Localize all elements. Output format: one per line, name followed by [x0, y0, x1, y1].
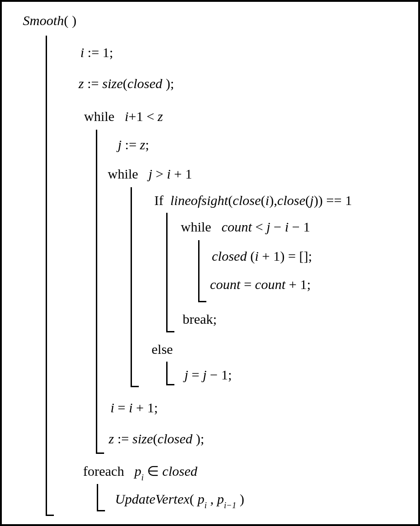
stmt-count-inc: count = count + 1; — [210, 277, 311, 292]
stmt-j-dec: j = j − 1; — [184, 367, 232, 383]
stmt-j-init: j := z; — [118, 137, 149, 153]
stmt-i-inc: i = i + 1; — [110, 400, 158, 416]
while-outer: while i+1 < z — [84, 109, 163, 124]
while-count: while count < j − i − 1 — [181, 219, 310, 235]
else-line: else — [152, 342, 173, 357]
algorithm-frame: Smooth( ) i := 1; z := size(closed ); wh… — [0, 0, 420, 526]
bracket-else — [166, 362, 168, 385]
bracket-while-outer-foot — [96, 452, 104, 454]
stmt-closed-empty: closed (i + 1) = []; — [212, 248, 312, 264]
bracket-else-foot — [166, 384, 174, 385]
bracket-foreach — [97, 484, 98, 511]
foreach-line: foreach pi ∈ closed — [83, 463, 197, 481]
bracket-while-count — [198, 240, 200, 302]
bracket-if — [166, 213, 168, 332]
bracket-while-inner-foot — [131, 386, 139, 387]
bracket-while-inner — [131, 187, 132, 387]
bracket-while-outer — [96, 130, 97, 454]
stmt-z-size: z := size(closed ); — [79, 76, 174, 91]
bracket-foreach-foot — [97, 510, 105, 511]
fn-title: Smooth( ) — [23, 13, 76, 28]
stmt-i-init: i := 1; — [80, 45, 113, 60]
bracket-main — [46, 36, 47, 516]
bracket-if-foot — [166, 331, 174, 332]
bracket-while-count-foot — [198, 301, 206, 302]
stmt-z-size-2: z := size(closed ); — [109, 431, 204, 447]
stmt-break: break; — [183, 311, 217, 327]
while-inner: while j > i + 1 — [108, 166, 192, 182]
stmt-update-vertex: UpdateVertex( pi , pi−1 ) — [115, 491, 244, 509]
bracket-main-foot — [46, 515, 54, 516]
if-line: If lineofsight(close(i),close(j)) == 1 — [154, 193, 352, 208]
